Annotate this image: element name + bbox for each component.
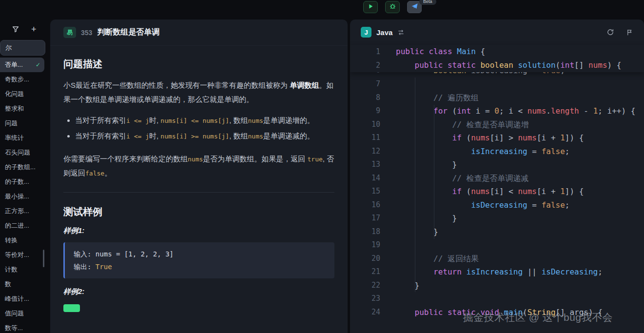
example-block: 输入: nums = [1, 2, 2, 3]输出: True: [63, 242, 334, 278]
plus-icon[interactable]: +: [31, 26, 37, 33]
indent-guide: [434, 105, 434, 239]
code-line[interactable]: 19: [350, 238, 644, 252]
code-line[interactable]: 16 isDecreasing = false;: [350, 198, 644, 212]
sidebar-item[interactable]: 化问题: [0, 87, 49, 101]
section-divider: [63, 192, 334, 193]
line-number: 19: [350, 238, 380, 252]
line-number: 6: [350, 72, 380, 78]
run-button[interactable]: [363, 1, 378, 13]
sidebar: + 尔否单...✓奇数步...化问题整求和问题率统计石头问题的子数组...的子数…: [0, 0, 49, 333]
code-line[interactable]: 10 // 检查是否单调递增: [350, 118, 644, 132]
code-line[interactable]: 15 if (nums[i] < nums[i + 1]) {: [350, 185, 644, 198]
line-number: 7: [350, 78, 380, 91]
editor-body[interactable]: 1public class Main {2 public static bool…: [350, 45, 644, 333]
line-number: 12: [350, 145, 380, 158]
code-line[interactable]: 18 }: [350, 225, 644, 239]
sidebar-item[interactable]: 否单...✓: [0, 58, 44, 72]
code-line[interactable]: 1public class Main {: [350, 45, 644, 59]
sidebar-item[interactable]: 转换: [0, 233, 49, 248]
sidebar-item[interactable]: 石头问题: [0, 145, 49, 160]
sidebar-item[interactable]: 正方形...: [0, 204, 49, 218]
sidebar-item[interactable]: 尔: [0, 40, 45, 56]
bug-icon: [389, 2, 396, 12]
line-number: 17: [350, 212, 380, 225]
problem-id: 353: [81, 29, 92, 37]
sidebar-item[interactable]: 最小操...: [0, 189, 49, 204]
code-line[interactable]: 17 }: [350, 212, 644, 225]
indent-guide: [415, 78, 415, 292]
bullet-item: 当对于所有索引i <= j时, nums[i] >= nums[j], 数组nu…: [75, 129, 334, 143]
line-number: 20: [350, 252, 380, 266]
sticky-lines: 1public class Main {2 public static bool…: [350, 45, 644, 72]
sidebar-item[interactable]: 计数: [0, 262, 49, 277]
debug-button[interactable]: [385, 1, 400, 13]
sidebar-item[interactable]: 问题: [0, 116, 49, 131]
sidebar-item[interactable]: 等价对...: [0, 248, 49, 262]
desc-bullets: 当对于所有索引i <= j时, nums[i] <= nums[j], 数组nu…: [63, 114, 334, 144]
line-number: 9: [350, 104, 380, 118]
paper-plane-icon: [411, 2, 418, 12]
sample2-label: 样例2:: [63, 287, 334, 296]
language-label: Java: [376, 28, 392, 37]
code-line[interactable]: 6 boolean isDecreasing = true;: [350, 72, 644, 78]
sidebar-item[interactable]: 的子数...: [0, 175, 49, 189]
code-line[interactable]: 11 if (nums[i] > nums[i + 1]) {: [350, 131, 644, 145]
problem-title: 判断数组是否单调: [97, 27, 159, 38]
line-number: 2: [350, 59, 380, 72]
desc-paragraph-2: 你需要编写一个程序来判断给定的数组nums是否为单调数组。如果是，返回 true…: [63, 152, 334, 180]
line-number: 16: [350, 198, 380, 212]
filter-icon[interactable]: [12, 25, 20, 33]
line-number: 14: [350, 172, 380, 185]
line-number: 22: [350, 279, 380, 293]
sidebar-item[interactable]: 数等...: [0, 321, 49, 333]
problem-header: 易 353 判断数组是否单调: [50, 20, 348, 46]
code-lines[interactable]: 78 // 遍历数组9 for (int i = 0; i < nums.len…: [350, 78, 644, 319]
watermark: 掘金技术社区 @ 这个bug我不会: [463, 311, 613, 324]
sidebar-item[interactable]: 整求和: [0, 101, 49, 116]
beta-badge: Beta: [419, 0, 436, 5]
code-line[interactable]: 22 }: [350, 279, 644, 293]
difficulty-badge: 易: [63, 27, 76, 38]
code-line[interactable]: 12 isIncreasing = false;: [350, 145, 644, 158]
flag-icon[interactable]: [626, 29, 633, 36]
code-line[interactable]: 9 for (int i = 0; i < nums.length - 1; i…: [350, 104, 644, 118]
editor-header: J Java: [350, 20, 644, 45]
problem-content: 问题描述 小S最近在研究一些数组的性质，她发现有一种非常有趣的数组被称为 单调数…: [50, 46, 348, 333]
line-number: 23: [350, 292, 380, 306]
desc-paragraph-1: 小S最近在研究一些数组的性质，她发现有一种非常有趣的数组被称为 单调数组。如果一…: [63, 78, 334, 107]
bullet-item: 当对于所有索引i <= j时, nums[i] <= nums[j], 数组nu…: [75, 114, 334, 128]
check-icon: ✓: [36, 61, 40, 68]
code-line[interactable]: 7: [350, 78, 644, 91]
partial-green-chip: [63, 304, 80, 312]
line-number: 1: [350, 45, 380, 59]
swap-icon[interactable]: [397, 29, 405, 36]
line-number: 10: [350, 118, 380, 132]
line-number: 18: [350, 225, 380, 239]
line-number: 8: [350, 91, 380, 105]
code-line[interactable]: 13 }: [350, 158, 644, 172]
code-line[interactable]: 20 // 返回结果: [350, 252, 644, 266]
sidebar-item[interactable]: 峰值计...: [0, 292, 49, 306]
editor-panel: J Java 1public class Main {2 public stat…: [350, 20, 644, 333]
code-line[interactable]: 21 return isIncreasing || isDecreasing;: [350, 265, 644, 279]
java-icon[interactable]: J: [361, 27, 371, 38]
problem-panel: 易 353 判断数组是否单调 问题描述 小S最近在研究一些数组的性质，她发现有一…: [50, 20, 348, 333]
sidebar-list: 尔否单...✓奇数步...化问题整求和问题率统计石头问题的子数组...的子数..…: [0, 40, 49, 333]
sidebar-item[interactable]: 奇数步...: [0, 72, 49, 87]
line-number: 15: [350, 185, 380, 198]
line-number: 13: [350, 158, 380, 172]
sidebar-item[interactable]: 率统计: [0, 131, 49, 145]
sliver-line: 6 boolean isDecreasing = true;: [350, 72, 644, 78]
sidebar-item[interactable]: 的二进...: [0, 218, 49, 233]
sidebar-item[interactable]: 值问题: [0, 306, 49, 321]
line-number: 24: [350, 306, 380, 319]
code-line[interactable]: 8 // 遍历数组: [350, 91, 644, 105]
code-line[interactable]: 23: [350, 292, 644, 306]
sidebar-item[interactable]: 数: [0, 277, 49, 292]
refresh-icon[interactable]: [606, 28, 614, 36]
desc-heading: 问题描述: [63, 58, 334, 71]
sidebar-scrollbar[interactable]: [43, 250, 44, 267]
code-line[interactable]: 2 public static boolean solution(int[] n…: [350, 59, 644, 72]
sidebar-item[interactable]: 的子数组...: [0, 160, 49, 175]
code-line[interactable]: 14 // 检查是否单调递减: [350, 172, 644, 185]
